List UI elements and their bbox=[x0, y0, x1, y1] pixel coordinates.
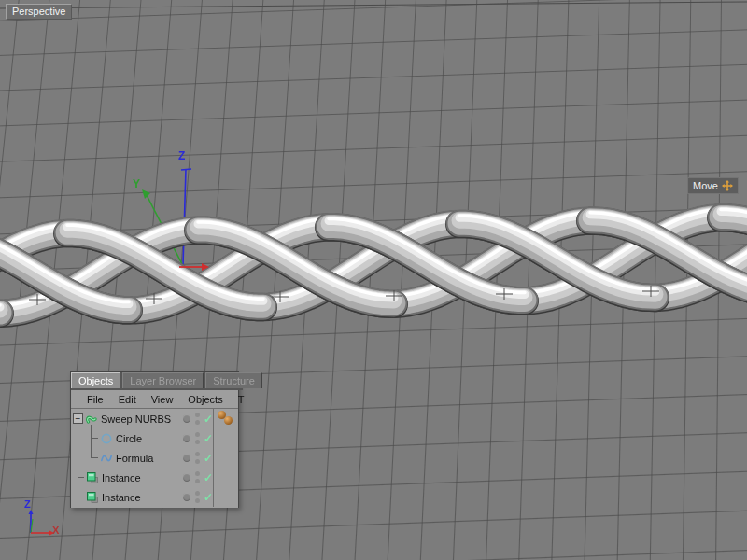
layer-dot[interactable] bbox=[183, 434, 190, 442]
y-axis-arrow bbox=[142, 189, 150, 199]
move-tool-label: Move bbox=[693, 180, 718, 191]
formula-spline-icon[interactable] bbox=[100, 452, 113, 465]
z-axis-tick bbox=[181, 169, 191, 170]
menu-edit[interactable]: Edit bbox=[111, 394, 144, 405]
enable-check-icon[interactable]: ✓ bbox=[204, 453, 213, 464]
object-label: Formula bbox=[116, 453, 153, 464]
menu-tags-truncated[interactable]: T bbox=[231, 394, 252, 405]
circle-spline-icon[interactable] bbox=[100, 432, 113, 445]
world-x-label: X bbox=[52, 525, 59, 536]
tree-row-instance-2[interactable]: Instance ✓ bbox=[71, 487, 238, 507]
perspective-viewport: Perspective Z Y Move Z X Objects Layer B… bbox=[0, 0, 747, 560]
enable-check-icon[interactable]: ✓ bbox=[204, 472, 213, 483]
object-label: Circle bbox=[116, 433, 142, 444]
gizmo-z-label: Z bbox=[178, 149, 185, 162]
expand-toggle[interactable]: − bbox=[73, 413, 83, 424]
tab-layer-browser[interactable]: Layer Browser bbox=[122, 372, 204, 388]
object-label: Instance bbox=[102, 492, 141, 503]
instance-icon[interactable] bbox=[86, 471, 99, 484]
braid-rope-object[interactable] bbox=[0, 209, 747, 314]
panel-menu-bar: File Edit View Objects T bbox=[71, 390, 238, 409]
panel-tab-bar: Objects Layer Browser Structure bbox=[71, 372, 243, 390]
enable-check-icon[interactable]: ✓ bbox=[204, 492, 213, 503]
tree-row-sweep-nurbs[interactable]: − Sweep NURBS ✓ bbox=[71, 409, 238, 428]
object-label: Instance bbox=[102, 472, 141, 483]
world-z-label: Z bbox=[24, 498, 31, 510]
layer-dot[interactable] bbox=[183, 454, 190, 462]
tree-row-instance-1[interactable]: Instance ✓ bbox=[71, 468, 238, 487]
visibility-dots[interactable] bbox=[195, 452, 200, 464]
visibility-dots[interactable] bbox=[195, 432, 200, 444]
layer-dot[interactable] bbox=[183, 414, 190, 423]
enable-check-icon[interactable]: ✓ bbox=[204, 413, 213, 425]
object-manager-panel: Objects Layer Browser Structure File Edi… bbox=[70, 371, 239, 508]
object-tree: − Sweep NURBS ✓ bbox=[71, 409, 238, 508]
tags-cell[interactable] bbox=[214, 409, 238, 428]
visibility-dots[interactable] bbox=[195, 413, 200, 425]
menu-view[interactable]: View bbox=[144, 394, 181, 405]
world-axis-indicator bbox=[13, 504, 78, 555]
layer-dot[interactable] bbox=[183, 473, 190, 482]
gizmo-y-label: Y bbox=[133, 177, 140, 190]
menu-file[interactable]: File bbox=[79, 394, 111, 405]
enable-check-icon[interactable]: ✓ bbox=[204, 433, 213, 444]
object-label: Sweep NURBS bbox=[101, 413, 171, 425]
layer-dot[interactable] bbox=[183, 493, 190, 501]
instance-icon[interactable] bbox=[86, 491, 99, 504]
sphere-tag-icon[interactable] bbox=[224, 416, 233, 425]
visibility-dots[interactable] bbox=[195, 491, 200, 503]
menu-objects[interactable]: Objects bbox=[180, 394, 230, 405]
tab-objects[interactable]: Objects bbox=[71, 372, 120, 388]
visibility-dots[interactable] bbox=[195, 471, 200, 483]
move-cross-icon bbox=[722, 180, 733, 191]
viewport-title: Perspective bbox=[6, 4, 72, 20]
tree-row-circle[interactable]: Circle ✓ bbox=[71, 428, 238, 448]
move-tool-hint: Move bbox=[687, 177, 739, 194]
tab-structure[interactable]: Structure bbox=[205, 372, 262, 388]
sweep-nurbs-icon[interactable] bbox=[85, 413, 98, 426]
tree-row-formula[interactable]: Formula ✓ bbox=[71, 448, 238, 468]
